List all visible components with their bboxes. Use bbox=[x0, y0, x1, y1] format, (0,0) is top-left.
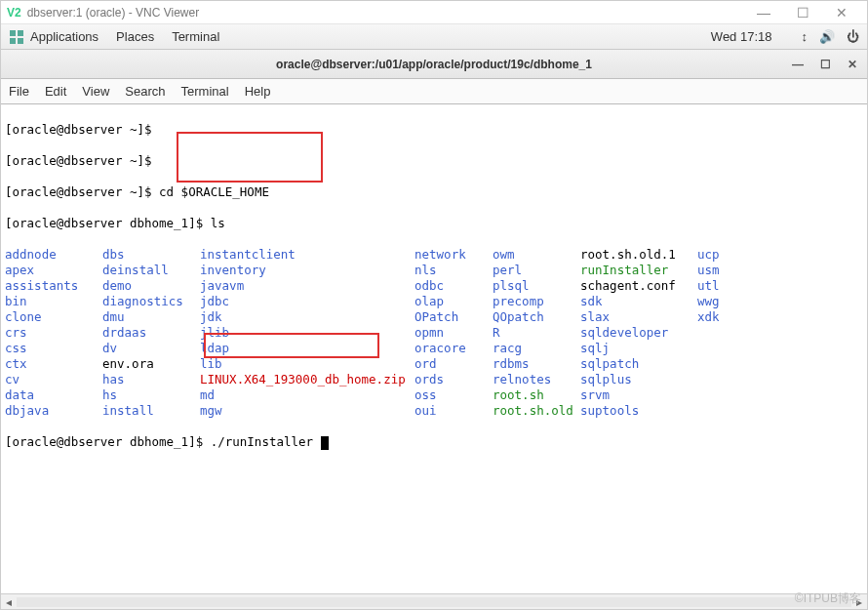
ls-entry: dbs bbox=[102, 247, 200, 263]
ls-entry: jdk bbox=[200, 309, 414, 325]
ls-entry: relnotes bbox=[493, 372, 580, 387]
ls-entry: suptools bbox=[580, 403, 697, 419]
ls-entry: apex bbox=[5, 263, 102, 278]
terminal-minimize-button[interactable]: — bbox=[789, 58, 807, 71]
ls-entry: addnode bbox=[5, 247, 102, 263]
ls-entry: perl bbox=[493, 263, 580, 278]
ls-entry bbox=[697, 341, 736, 356]
ls-entry: root.sh bbox=[493, 387, 580, 403]
prompt-line: [oracle@dbserver dbhome_1]$ ls bbox=[5, 216, 863, 231]
ls-entry: olap bbox=[414, 294, 493, 309]
menu-view[interactable]: View bbox=[82, 84, 109, 99]
prompt-line: [oracle@dbserver ~]$ bbox=[5, 153, 863, 169]
terminal-cursor bbox=[321, 436, 329, 450]
panel-clock[interactable]: Wed 17:18 bbox=[711, 29, 772, 44]
ls-entry bbox=[697, 403, 736, 419]
ls-entry bbox=[697, 356, 736, 372]
power-icon[interactable]: ⏻ bbox=[847, 29, 859, 44]
ls-entry: QOpatch bbox=[493, 309, 580, 325]
ls-entry: jlib bbox=[200, 325, 414, 341]
ls-output: addnodedbsinstantclientnetworkowmroot.sh… bbox=[5, 247, 863, 419]
ls-entry: sqldeveloper bbox=[580, 325, 697, 341]
ls-entry: usm bbox=[697, 263, 736, 278]
ls-entry: mgw bbox=[200, 403, 414, 419]
prompt-line: [oracle@dbserver ~]$ bbox=[5, 122, 863, 138]
volume-icon[interactable]: 🔊 bbox=[819, 29, 835, 44]
ls-entry: R bbox=[493, 325, 580, 341]
vnc-minimize-button[interactable]: — bbox=[744, 5, 783, 20]
menu-file[interactable]: File bbox=[9, 84, 29, 99]
ls-entry: inventory bbox=[200, 263, 414, 278]
applications-icon bbox=[9, 29, 24, 45]
ls-entry: root.sh.old.1 bbox=[580, 247, 697, 263]
scroll-track[interactable] bbox=[17, 597, 851, 607]
terminal-maximize-button[interactable]: ☐ bbox=[816, 58, 834, 71]
ls-entry bbox=[697, 372, 736, 387]
scroll-left-icon[interactable]: ◂ bbox=[1, 595, 17, 609]
terminal-close-button[interactable]: ✕ bbox=[844, 58, 861, 71]
ls-entry: instantclient bbox=[200, 247, 414, 263]
svg-rect-1 bbox=[18, 30, 23, 36]
panel-terminal[interactable]: Terminal bbox=[172, 29, 219, 44]
ls-entry bbox=[697, 325, 736, 341]
ls-entry: sqlpatch bbox=[580, 356, 697, 372]
panel-places[interactable]: Places bbox=[116, 29, 154, 44]
svg-rect-3 bbox=[18, 38, 23, 44]
ls-entry: dbjava bbox=[5, 403, 102, 419]
svg-rect-2 bbox=[10, 38, 16, 44]
terminal-output[interactable]: [oracle@dbserver ~]$ [oracle@dbserver ~]… bbox=[1, 104, 867, 595]
terminal-title-text: oracle@dbserver:/u01/app/oracle/product/… bbox=[276, 58, 592, 71]
menu-terminal[interactable]: Terminal bbox=[181, 84, 229, 99]
ls-entry: css bbox=[5, 341, 102, 356]
vnc-close-button[interactable]: ✕ bbox=[822, 5, 861, 20]
ls-entry: root.sh.old bbox=[493, 403, 580, 419]
menu-edit[interactable]: Edit bbox=[45, 84, 66, 99]
ls-entry: lib bbox=[200, 356, 414, 372]
ls-entry: opmn bbox=[414, 325, 493, 341]
ls-entry: env.ora bbox=[102, 356, 200, 372]
ls-entry: deinstall bbox=[102, 263, 200, 278]
ls-entry: wwg bbox=[697, 294, 736, 309]
ls-entry: cv bbox=[5, 372, 102, 387]
ls-entry: assistants bbox=[5, 278, 102, 294]
network-icon[interactable]: ↕ bbox=[802, 29, 809, 44]
ls-entry: oss bbox=[414, 387, 493, 403]
ls-entry: sqlplus bbox=[580, 372, 697, 387]
ls-entry: schagent.conf bbox=[580, 278, 697, 294]
ls-entry: dmu bbox=[102, 309, 200, 325]
panel-applications[interactable]: Applications bbox=[30, 29, 99, 44]
ls-entry: OPatch bbox=[414, 309, 493, 325]
ls-entry: sdk bbox=[580, 294, 697, 309]
ls-entry: ucp bbox=[697, 247, 736, 263]
vnc-title-text: dbserver:1 (oracle) - VNC Viewer bbox=[27, 6, 200, 20]
ls-entry: demo bbox=[102, 278, 200, 294]
ls-entry: precomp bbox=[493, 294, 580, 309]
terminal-titlebar: oracle@dbserver:/u01/app/oracle/product/… bbox=[1, 50, 867, 79]
menu-search[interactable]: Search bbox=[125, 84, 165, 99]
ls-entry: oui bbox=[414, 403, 493, 419]
ls-entry: slax bbox=[580, 309, 697, 325]
vnc-titlebar: V2 dbserver:1 (oracle) - VNC Viewer — ☐ … bbox=[1, 1, 867, 24]
ls-entry: srvm bbox=[580, 387, 697, 403]
prompt-line: [oracle@dbserver ~]$ cd $ORACLE_HOME bbox=[5, 184, 863, 200]
ls-entry: drdaas bbox=[102, 325, 200, 341]
ls-entry: runInstaller bbox=[580, 263, 697, 278]
menu-help[interactable]: Help bbox=[245, 84, 271, 99]
vnc-maximize-button[interactable]: ☐ bbox=[783, 5, 822, 20]
scroll-right-icon[interactable]: ▸ bbox=[851, 595, 867, 609]
ls-entry: xdk bbox=[697, 309, 736, 325]
ls-entry: nls bbox=[414, 263, 493, 278]
ls-entry: bin bbox=[5, 294, 102, 309]
ls-entry: plsql bbox=[493, 278, 580, 294]
ls-entry: LINUX.X64_193000_db_home.zip bbox=[200, 372, 414, 387]
horizontal-scrollbar[interactable]: ◂ ▸ bbox=[1, 593, 867, 609]
ls-entry: clone bbox=[5, 309, 102, 325]
ls-entry: ord bbox=[414, 356, 493, 372]
ls-entry: ldap bbox=[200, 341, 414, 356]
vnc-logo: V2 bbox=[7, 6, 21, 20]
ls-entry: data bbox=[5, 387, 102, 403]
ls-entry bbox=[697, 387, 736, 403]
ls-entry: dv bbox=[102, 341, 200, 356]
ls-entry: hs bbox=[102, 387, 200, 403]
ls-entry: sqlj bbox=[580, 341, 697, 356]
